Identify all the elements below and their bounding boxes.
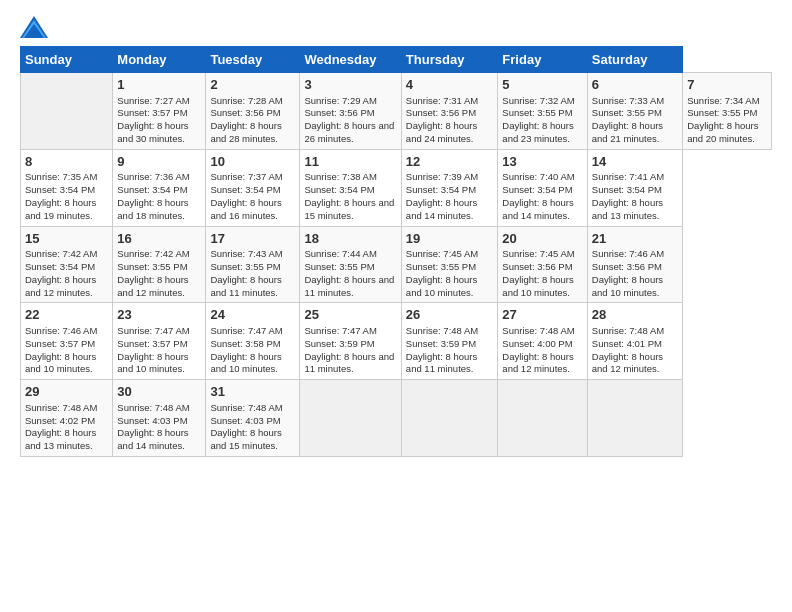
daylight: Daylight: 8 hours and 21 minutes.: [592, 120, 663, 144]
daylight: Daylight: 8 hours and 14 minutes.: [117, 427, 188, 451]
calendar-cell: 12Sunrise: 7:39 AMSunset: 3:54 PMDayligh…: [401, 149, 498, 226]
calendar-cell: 26Sunrise: 7:48 AMSunset: 3:59 PMDayligh…: [401, 303, 498, 380]
sunrise: Sunrise: 7:45 AM: [406, 248, 478, 259]
daylight: Daylight: 8 hours and 15 minutes.: [304, 197, 394, 221]
sunrise: Sunrise: 7:45 AM: [502, 248, 574, 259]
sunrise: Sunrise: 7:32 AM: [502, 95, 574, 106]
calendar-cell: [498, 380, 587, 457]
calendar-cell: 24Sunrise: 7:47 AMSunset: 3:58 PMDayligh…: [206, 303, 300, 380]
day-number: 6: [592, 76, 678, 94]
sunrise: Sunrise: 7:47 AM: [117, 325, 189, 336]
calendar-cell: 31Sunrise: 7:48 AMSunset: 4:03 PMDayligh…: [206, 380, 300, 457]
daylight: Daylight: 8 hours and 18 minutes.: [117, 197, 188, 221]
daylight: Daylight: 8 hours and 10 minutes.: [502, 274, 573, 298]
daylight: Daylight: 8 hours and 12 minutes.: [592, 351, 663, 375]
sunset: Sunset: 3:58 PM: [210, 338, 280, 349]
header: [20, 16, 772, 38]
calendar-cell: 16Sunrise: 7:42 AMSunset: 3:55 PMDayligh…: [113, 226, 206, 303]
sunset: Sunset: 3:55 PM: [687, 107, 757, 118]
logo: [20, 16, 52, 38]
daylight: Daylight: 8 hours and 30 minutes.: [117, 120, 188, 144]
calendar-cell: 25Sunrise: 7:47 AMSunset: 3:59 PMDayligh…: [300, 303, 401, 380]
day-number: 24: [210, 306, 295, 324]
sunrise: Sunrise: 7:40 AM: [502, 171, 574, 182]
calendar-cell: 17Sunrise: 7:43 AMSunset: 3:55 PMDayligh…: [206, 226, 300, 303]
sunrise: Sunrise: 7:31 AM: [406, 95, 478, 106]
sunset: Sunset: 3:54 PM: [25, 184, 95, 195]
sunset: Sunset: 3:55 PM: [592, 107, 662, 118]
daylight: Daylight: 8 hours and 12 minutes.: [117, 274, 188, 298]
daylight: Daylight: 8 hours and 10 minutes.: [406, 274, 477, 298]
day-number: 29: [25, 383, 108, 401]
day-number: 11: [304, 153, 396, 171]
sunset: Sunset: 3:57 PM: [117, 338, 187, 349]
calendar-week-2: 8Sunrise: 7:35 AMSunset: 3:54 PMDaylight…: [21, 149, 772, 226]
daylight: Daylight: 8 hours and 12 minutes.: [25, 274, 96, 298]
day-number: 2: [210, 76, 295, 94]
daylight: Daylight: 8 hours and 23 minutes.: [502, 120, 573, 144]
calendar-cell: 18Sunrise: 7:44 AMSunset: 3:55 PMDayligh…: [300, 226, 401, 303]
day-header-thursday: Thursday: [401, 47, 498, 73]
day-number: 10: [210, 153, 295, 171]
sunrise: Sunrise: 7:46 AM: [25, 325, 97, 336]
sunset: Sunset: 4:02 PM: [25, 415, 95, 426]
sunset: Sunset: 3:54 PM: [210, 184, 280, 195]
calendar-cell: 3Sunrise: 7:29 AMSunset: 3:56 PMDaylight…: [300, 73, 401, 150]
day-number: 28: [592, 306, 678, 324]
daylight: Daylight: 8 hours and 16 minutes.: [210, 197, 281, 221]
calendar-cell: 8Sunrise: 7:35 AMSunset: 3:54 PMDaylight…: [21, 149, 113, 226]
calendar-cell: 6Sunrise: 7:33 AMSunset: 3:55 PMDaylight…: [587, 73, 682, 150]
calendar-cell: 4Sunrise: 7:31 AMSunset: 3:56 PMDaylight…: [401, 73, 498, 150]
daylight: Daylight: 8 hours and 15 minutes.: [210, 427, 281, 451]
sunrise: Sunrise: 7:42 AM: [117, 248, 189, 259]
calendar-cell: 28Sunrise: 7:48 AMSunset: 4:01 PMDayligh…: [587, 303, 682, 380]
sunrise: Sunrise: 7:42 AM: [25, 248, 97, 259]
calendar-body: 1Sunrise: 7:27 AMSunset: 3:57 PMDaylight…: [21, 73, 772, 457]
sunset: Sunset: 3:54 PM: [304, 184, 374, 195]
calendar-cell: 5Sunrise: 7:32 AMSunset: 3:55 PMDaylight…: [498, 73, 587, 150]
sunset: Sunset: 4:03 PM: [210, 415, 280, 426]
day-header-friday: Friday: [498, 47, 587, 73]
page: SundayMondayTuesdayWednesdayThursdayFrid…: [0, 0, 792, 612]
daylight: Daylight: 8 hours and 19 minutes.: [25, 197, 96, 221]
sunset: Sunset: 3:56 PM: [592, 261, 662, 272]
sunrise: Sunrise: 7:41 AM: [592, 171, 664, 182]
sunset: Sunset: 3:54 PM: [406, 184, 476, 195]
day-header-wednesday: Wednesday: [300, 47, 401, 73]
sunrise: Sunrise: 7:34 AM: [687, 95, 759, 106]
day-number: 5: [502, 76, 582, 94]
day-number: 14: [592, 153, 678, 171]
calendar-cell: 20Sunrise: 7:45 AMSunset: 3:56 PMDayligh…: [498, 226, 587, 303]
calendar-cell: 9Sunrise: 7:36 AMSunset: 3:54 PMDaylight…: [113, 149, 206, 226]
calendar-cell: 19Sunrise: 7:45 AMSunset: 3:55 PMDayligh…: [401, 226, 498, 303]
calendar-table: SundayMondayTuesdayWednesdayThursdayFrid…: [20, 46, 772, 457]
sunrise: Sunrise: 7:48 AM: [592, 325, 664, 336]
sunrise: Sunrise: 7:43 AM: [210, 248, 282, 259]
sunrise: Sunrise: 7:36 AM: [117, 171, 189, 182]
sunset: Sunset: 3:57 PM: [25, 338, 95, 349]
sunrise: Sunrise: 7:48 AM: [406, 325, 478, 336]
daylight: Daylight: 8 hours and 10 minutes.: [210, 351, 281, 375]
sunrise: Sunrise: 7:47 AM: [304, 325, 376, 336]
daylight: Daylight: 8 hours and 14 minutes.: [502, 197, 573, 221]
sunset: Sunset: 3:56 PM: [406, 107, 476, 118]
day-number: 19: [406, 230, 494, 248]
calendar-cell: 15Sunrise: 7:42 AMSunset: 3:54 PMDayligh…: [21, 226, 113, 303]
day-number: 12: [406, 153, 494, 171]
day-number: 3: [304, 76, 396, 94]
calendar-cell: 2Sunrise: 7:28 AMSunset: 3:56 PMDaylight…: [206, 73, 300, 150]
calendar-cell: 23Sunrise: 7:47 AMSunset: 3:57 PMDayligh…: [113, 303, 206, 380]
daylight: Daylight: 8 hours and 28 minutes.: [210, 120, 281, 144]
day-number: 9: [117, 153, 201, 171]
logo-icon: [20, 16, 48, 38]
sunset: Sunset: 3:54 PM: [592, 184, 662, 195]
sunset: Sunset: 3:57 PM: [117, 107, 187, 118]
calendar-header-row: SundayMondayTuesdayWednesdayThursdayFrid…: [21, 47, 772, 73]
calendar-cell: 11Sunrise: 7:38 AMSunset: 3:54 PMDayligh…: [300, 149, 401, 226]
sunrise: Sunrise: 7:47 AM: [210, 325, 282, 336]
sunset: Sunset: 4:03 PM: [117, 415, 187, 426]
sunrise: Sunrise: 7:44 AM: [304, 248, 376, 259]
sunset: Sunset: 3:55 PM: [304, 261, 374, 272]
calendar-cell: 14Sunrise: 7:41 AMSunset: 3:54 PMDayligh…: [587, 149, 682, 226]
calendar-cell: [300, 380, 401, 457]
